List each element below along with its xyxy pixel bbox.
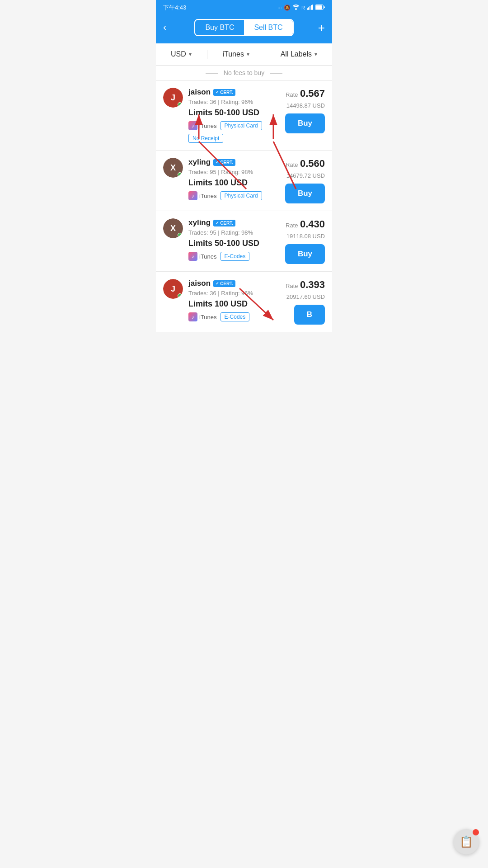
svg-rect-5 bbox=[312, 5, 313, 10]
avatar-2: X bbox=[163, 158, 183, 178]
listing-info-1: jaison ✓ CERT. Trades: 36 | Rating: 96% … bbox=[188, 88, 265, 143]
type-arrow-icon: ▾ bbox=[247, 51, 249, 57]
trade-tabs: Buy BTC Sell BTC bbox=[194, 19, 293, 36]
filter-bar: USD ▾ iTunes ▾ All Labels ▾ bbox=[156, 43, 332, 66]
username-3: xyling bbox=[188, 218, 211, 227]
status-icons: ··· 🔕 R bbox=[277, 5, 325, 11]
buy-button-1[interactable]: Buy bbox=[285, 113, 325, 133]
vcert-check-icon-2: ✓ bbox=[216, 160, 219, 165]
tag-no-receipt-1: No Receipt bbox=[188, 134, 223, 143]
listing-tags-4: ♪ iTunes E-Codes bbox=[188, 312, 265, 321]
rate-value-4: 0.393 bbox=[300, 279, 325, 290]
online-dot-4 bbox=[178, 293, 182, 298]
rate-value-1: 0.567 bbox=[300, 88, 325, 99]
tag-physical-card-2: Physical Card bbox=[221, 191, 262, 200]
listing-right-3: Rate 0.430 19118.08 USD Buy bbox=[271, 218, 325, 264]
listing-card-1: J jaison ✓ CERT. Trades: 36 | Rating: 96… bbox=[156, 80, 332, 151]
vcert-check-icon-4: ✓ bbox=[216, 281, 219, 286]
buy-button-4[interactable]: B bbox=[294, 305, 325, 325]
buy-button-2[interactable]: Buy bbox=[285, 184, 325, 203]
itunes-icon-4: ♪ bbox=[188, 312, 197, 321]
rate-value-3: 0.430 bbox=[300, 218, 325, 230]
labels-filter[interactable]: All Labels ▾ bbox=[281, 50, 317, 58]
listing-card-2: X xyling ✓ CERT. Trades: 95 | Rating: 98… bbox=[156, 151, 332, 211]
filter-divider-1 bbox=[207, 50, 207, 59]
svg-rect-2 bbox=[308, 7, 309, 10]
tag-ecodes-3: E-Codes bbox=[221, 252, 250, 261]
rate-label-2: Rate 0.560 bbox=[286, 158, 325, 170]
vcert-badge-3: ✓ CERT. bbox=[213, 220, 235, 226]
rate-text-3: Rate bbox=[286, 222, 298, 229]
listing-info-4: jaison ✓ CERT. Trades: 36 | Rating: 96% … bbox=[188, 279, 265, 321]
listing-limits-2: Limits 100 USD bbox=[188, 178, 265, 188]
online-dot-2 bbox=[178, 172, 182, 177]
buy-button-3[interactable]: Buy bbox=[285, 244, 325, 264]
listing-meta-1: Trades: 36 | Rating: 96% bbox=[188, 99, 265, 105]
username-4: jaison bbox=[188, 279, 211, 288]
status-bar: 下午4:43 ··· 🔕 R bbox=[156, 0, 332, 14]
header: ‹ Buy BTC Sell BTC + bbox=[156, 14, 332, 43]
listing-info-3: xyling ✓ CERT. Trades: 95 | Rating: 98% … bbox=[188, 218, 265, 261]
itunes-icon-2: ♪ bbox=[188, 191, 197, 200]
vcert-badge-4: ✓ CERT. bbox=[213, 280, 235, 287]
vcert-check-icon-3: ✓ bbox=[216, 221, 219, 225]
avatar-3: X bbox=[163, 218, 183, 238]
tab-sell-btc[interactable]: Sell BTC bbox=[244, 20, 292, 35]
svg-rect-3 bbox=[310, 6, 310, 10]
rate-label-1: Rate 0.567 bbox=[286, 88, 325, 99]
rate-text-2: Rate bbox=[286, 161, 298, 168]
usd-value-2: 14679.72 USD bbox=[286, 172, 325, 179]
svg-rect-4 bbox=[311, 5, 312, 10]
labels-label: All Labels bbox=[281, 50, 312, 58]
listing-limits-1: Limits 50-100 USD bbox=[188, 108, 265, 118]
labels-arrow-icon: ▾ bbox=[314, 51, 317, 57]
avatar-4: J bbox=[163, 279, 183, 299]
type-label: iTunes bbox=[222, 50, 244, 58]
listing-info-2: xyling ✓ CERT. Trades: 95 | Rating: 98% … bbox=[188, 158, 265, 200]
listing-right-1: Rate 0.567 14498.87 USD Buy bbox=[271, 88, 325, 133]
vcert-badge-2: ✓ CERT. bbox=[213, 159, 235, 166]
listing-limits-4: Limits 100 USD bbox=[188, 299, 265, 309]
back-button[interactable]: ‹ bbox=[163, 22, 179, 33]
tab-buy-btc[interactable]: Buy BTC bbox=[195, 20, 244, 35]
currency-filter[interactable]: USD ▾ bbox=[171, 50, 192, 58]
no-fees-text: No fees to buy bbox=[224, 69, 264, 76]
svg-point-0 bbox=[295, 8, 297, 10]
tag-physical-card-1: Physical Card bbox=[221, 121, 262, 130]
usd-value-1: 14498.87 USD bbox=[286, 102, 325, 109]
itunes-tag-3: ♪ iTunes bbox=[188, 252, 217, 261]
avatar-1: J bbox=[163, 88, 183, 108]
itunes-tag-1: ♪ iTunes bbox=[188, 121, 217, 130]
no-fees-banner: No fees to buy bbox=[156, 66, 332, 80]
username-2: xyling bbox=[188, 158, 211, 167]
itunes-icon-1: ♪ bbox=[188, 121, 197, 130]
listing-tags-3: ♪ iTunes E-Codes bbox=[188, 252, 265, 261]
rate-text-1: Rate bbox=[286, 91, 298, 98]
svg-rect-1 bbox=[307, 8, 308, 10]
usd-value-3: 19118.08 USD bbox=[286, 233, 325, 240]
rate-text-4: Rate bbox=[286, 283, 298, 289]
tag-ecodes-4: E-Codes bbox=[221, 312, 250, 321]
itunes-tag-4: ♪ iTunes bbox=[188, 312, 217, 321]
itunes-icon-3: ♪ bbox=[188, 252, 197, 261]
usd-value-4: 20917.60 USD bbox=[286, 293, 325, 300]
vcert-badge-1: ✓ CERT. bbox=[213, 89, 235, 96]
type-filter[interactable]: iTunes ▾ bbox=[222, 50, 249, 58]
add-button[interactable]: + bbox=[309, 21, 325, 35]
listing-tags-2: ♪ iTunes Physical Card bbox=[188, 191, 265, 200]
status-time: 下午4:43 bbox=[163, 4, 186, 12]
listing-right-4: Rate 0.393 20917.60 USD B bbox=[271, 279, 325, 325]
listing-card-3: X xyling ✓ CERT. Trades: 95 | Rating: 98… bbox=[156, 211, 332, 272]
online-dot-1 bbox=[178, 102, 182, 107]
itunes-tag-2: ♪ iTunes bbox=[188, 191, 217, 200]
rate-label-3: Rate 0.430 bbox=[286, 218, 325, 230]
listing-meta-4: Trades: 36 | Rating: 96% bbox=[188, 290, 265, 297]
listing-meta-2: Trades: 95 | Rating: 98% bbox=[188, 169, 265, 175]
listing-limits-3: Limits 50-100 USD bbox=[188, 239, 265, 248]
username-1: jaison bbox=[188, 88, 211, 97]
svg-rect-7 bbox=[316, 5, 322, 9]
currency-arrow-icon: ▾ bbox=[189, 51, 192, 57]
currency-label: USD bbox=[171, 50, 186, 58]
listing-card-4: J jaison ✓ CERT. Trades: 36 | Rating: 96… bbox=[156, 272, 332, 332]
listing-right-2: Rate 0.560 14679.72 USD Buy bbox=[271, 158, 325, 203]
